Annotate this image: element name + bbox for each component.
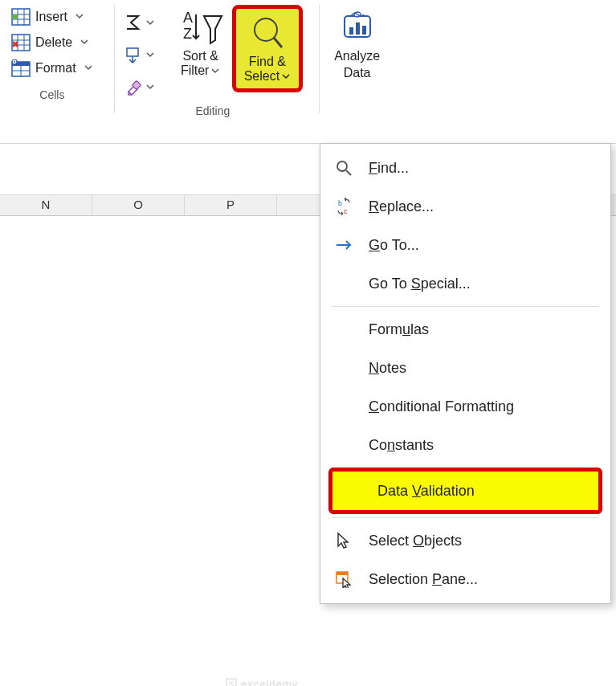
analyze-data-icon	[338, 8, 377, 47]
selection-pane-icon	[332, 570, 356, 589]
menu-goto-special-label: Go To Special...	[369, 276, 471, 292]
svg-text:Z: Z	[183, 26, 192, 42]
menu-goto-special[interactable]: Go To Special...	[320, 264, 610, 303]
select-objects-icon	[332, 531, 356, 550]
chevron-down-icon	[145, 50, 155, 59]
delete-cells-icon	[11, 33, 31, 52]
find-select-button[interactable]: Find & Select	[232, 5, 303, 92]
format-cells-icon	[11, 59, 31, 78]
svg-rect-5	[12, 14, 18, 19]
goto-icon	[332, 235, 356, 255]
editing-mini-buttons	[123, 5, 155, 96]
menu-data-validation[interactable]: Data Validation	[328, 468, 602, 514]
menu-replace[interactable]: bc Replace...	[320, 187, 610, 226]
menu-find[interactable]: Find...	[320, 149, 610, 187]
menu-selection-pane[interactable]: Selection Pane...	[320, 560, 610, 598]
sort-label-1: Sort &	[182, 48, 218, 63]
menu-cond-format-label: Conditional Formatting	[369, 398, 514, 415]
format-label: Format	[35, 61, 76, 76]
chevron-down-icon	[281, 71, 291, 81]
chevron-down-icon	[210, 66, 220, 76]
format-button[interactable]: Format	[6, 56, 98, 80]
menu-goto[interactable]: Go To...	[320, 226, 610, 264]
analyze-label-2: Data	[344, 65, 371, 80]
svg-rect-24	[362, 26, 366, 35]
insert-label: Insert	[35, 10, 67, 24]
menu-divider	[332, 517, 599, 518]
insert-cells-icon	[11, 7, 31, 27]
col-header-o[interactable]: O	[92, 195, 185, 215]
svg-rect-23	[356, 22, 360, 35]
find-select-menu: Find... bc Replace... Go To... Go To Spe…	[320, 143, 611, 604]
ribbon: Insert Delete	[0, 0, 616, 143]
clear-button[interactable]	[123, 77, 155, 96]
watermark-text: exceldemy	[241, 678, 298, 687]
cells-group: Insert Delete	[6, 5, 98, 101]
menu-notes[interactable]: Notes	[320, 349, 610, 387]
insert-button[interactable]: Insert	[6, 5, 98, 29]
separator	[114, 5, 115, 113]
find-label-2: Select	[244, 69, 279, 84]
menu-find-label: Find...	[369, 160, 409, 177]
chevron-down-icon	[84, 61, 93, 76]
menu-data-validation-label: Data Validation	[377, 483, 475, 500]
search-icon	[248, 14, 287, 52]
analysis-group-label	[356, 92, 359, 104]
analyze-label-1: Analyze	[334, 48, 380, 63]
menu-notes-label: Notes	[369, 360, 406, 377]
svg-text:A: A	[183, 10, 193, 26]
svg-text:c: c	[344, 207, 348, 215]
analyze-data-button[interactable]: Analyze Data	[328, 5, 386, 84]
menu-selection-pane-label: Selection Pane...	[369, 571, 478, 588]
menu-constants[interactable]: Constants	[320, 426, 610, 464]
menu-replace-label: Replace...	[369, 198, 434, 215]
separator	[319, 5, 320, 113]
col-header-p[interactable]: P	[185, 195, 277, 215]
col-header-n[interactable]: N	[0, 195, 92, 215]
menu-goto-label: Go To...	[369, 237, 419, 254]
chevron-down-icon	[145, 18, 155, 27]
svg-rect-16	[127, 48, 138, 56]
cells-group-label: Cells	[39, 88, 64, 101]
search-icon	[332, 158, 356, 178]
editing-group: A Z Sort & Filter Find & Selec	[123, 5, 303, 117]
sort-label-2: Filter	[181, 63, 210, 78]
svg-rect-22	[349, 27, 353, 35]
autosum-button[interactable]	[123, 13, 155, 32]
delete-button[interactable]: Delete	[6, 31, 98, 55]
menu-formulas[interactable]: Formulas	[320, 310, 610, 349]
chevron-down-icon	[75, 10, 84, 24]
svg-text:b: b	[338, 199, 342, 207]
sort-filter-button[interactable]: A Z Sort & Filter	[172, 5, 230, 81]
chevron-down-icon	[80, 35, 89, 50]
menu-conditional-formatting[interactable]: Conditional Formatting	[320, 387, 610, 426]
replace-icon: bc	[332, 197, 356, 216]
watermark: exceldemy	[225, 677, 298, 686]
svg-point-27	[337, 161, 347, 171]
svg-rect-26	[226, 679, 236, 686]
menu-constants-label: Constants	[369, 437, 434, 454]
menu-select-objects[interactable]: Select Objects	[320, 521, 610, 560]
svg-point-20	[255, 18, 277, 41]
fill-button[interactable]	[123, 45, 155, 64]
analysis-group: Analyze Data	[328, 5, 386, 104]
sort-filter-icon: A Z	[178, 8, 223, 47]
chevron-down-icon	[145, 82, 155, 92]
find-label-1: Find &	[249, 54, 286, 69]
menu-divider	[332, 306, 599, 307]
delete-label: Delete	[35, 35, 72, 50]
menu-formulas-label: Formulas	[369, 321, 429, 338]
svg-rect-31	[337, 572, 348, 575]
editing-group-label: Editing	[196, 104, 230, 117]
menu-select-objects-label: Select Objects	[369, 533, 462, 549]
